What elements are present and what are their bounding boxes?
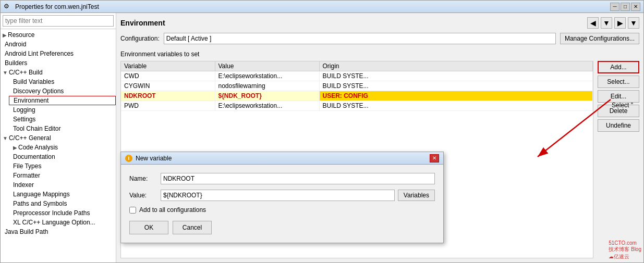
tree-item-preprocessor[interactable]: Preprocessor Include Paths [9, 208, 116, 218]
cell-variable: CYGWIN [121, 81, 215, 91]
dialog-icon: i [125, 155, 132, 162]
tree-label-cpp: C/C++ Build [9, 69, 43, 76]
add-button[interactable]: Add... [598, 61, 639, 73]
dialog-name-row: Name: [129, 173, 435, 184]
tree-item-cpp-build[interactable]: ▼ C/C++ Build [1, 68, 116, 77]
new-variable-dialog: i New variable ✕ Name: Value: Variables … [120, 152, 444, 243]
dialog-action-buttons: OK Cancel [129, 221, 435, 234]
window-title: Properties for com.wen.jniTest [15, 3, 610, 10]
forward-button[interactable]: ▶ [614, 17, 626, 29]
left-panel: ▶ Resource Android Android Lint Preferen… [1, 13, 116, 262]
cell-value: nodosfilewarning [215, 81, 319, 91]
tree-item-builders[interactable]: Builders [1, 58, 116, 68]
minimize-button[interactable]: ─ [610, 3, 619, 11]
filter-input[interactable] [3, 15, 114, 27]
cell-origin: BUILD SYSTE... [319, 101, 593, 111]
tree-label: Resource [8, 31, 34, 39]
tree-item-resource[interactable]: ▶ Resource [1, 30, 116, 40]
dialog-value-input[interactable] [161, 190, 395, 201]
tree-item-xl-cpp[interactable]: XL C/C++ Language Option... [9, 218, 116, 227]
dialog-title-text: New variable [136, 155, 430, 162]
tree-item-discovery[interactable]: Discovery Options [9, 86, 116, 96]
cell-value: E:\eclipseworkstation... [215, 101, 319, 111]
window-icon: ⚙ [4, 3, 12, 11]
table-row[interactable]: CWD E:\eclipseworkstation... BUILD SYSTE… [121, 71, 593, 81]
menu-button[interactable]: ▼ [628, 17, 639, 29]
config-row: Configuration: Default [ Active ] Manage… [120, 33, 639, 44]
expand-arrow: ▶ [3, 32, 7, 38]
config-label: Configuration: [120, 35, 160, 42]
tree-item-file-types[interactable]: File Types [9, 161, 116, 171]
filter-box [1, 13, 116, 29]
dialog-name-input[interactable] [161, 173, 435, 184]
variables-button[interactable]: Variables [398, 190, 435, 201]
dialog-close-button[interactable]: ✕ [430, 154, 439, 162]
panel-toolbar: ◀ ▼ ▶ ▼ [587, 17, 639, 29]
env-section-label: Environment variables to set [120, 51, 639, 58]
tree-item-java-build[interactable]: Java Build Path [1, 227, 116, 236]
dialog-title-bar: i New variable ✕ [121, 152, 443, 165]
expand-arrow-general: ▼ [3, 135, 8, 141]
tree: ▶ Resource Android Android Lint Preferen… [1, 29, 116, 262]
tree-item-documentation[interactable]: Documentation [9, 152, 116, 161]
panel-title: Environment [120, 19, 165, 27]
close-button[interactable]: ✕ [631, 3, 640, 11]
panel-header: Environment ◀ ▼ ▶ ▼ [120, 17, 639, 29]
cell-variable-ndkroot: NDKROOT [121, 91, 215, 101]
delete-button[interactable]: Delete [598, 105, 639, 117]
cell-origin: BUILD SYSTE... [319, 71, 593, 81]
expand-arrow-cpp: ▼ [3, 70, 8, 76]
tree-item-environment[interactable]: Environment [9, 96, 116, 105]
dialog-value-label: Value: [129, 192, 161, 199]
tree-item-code-analysis[interactable]: ▶ Code Analysis [9, 143, 116, 152]
back-button[interactable]: ◀ [587, 17, 599, 29]
table-row-ndkroot[interactable]: NDKROOT ${NDK_ROOT} USER: CONFIG [121, 91, 593, 101]
cell-variable: PWD [121, 101, 215, 111]
cpp-general-children: ▶ Code Analysis Documentation File Types… [1, 143, 116, 227]
cell-origin-ndkroot: USER: CONFIG [319, 91, 593, 101]
tree-item-android-lint[interactable]: Android Lint Preferences [1, 49, 116, 58]
dialog-content: Name: Value: Variables Add to all config… [121, 165, 443, 243]
tree-item-formatter[interactable]: Formatter [9, 171, 116, 180]
add-all-configs-checkbox[interactable] [129, 207, 136, 214]
dialog-value-row: Value: Variables [129, 190, 435, 201]
undefine-button[interactable]: Undefine [598, 119, 639, 132]
maximize-button[interactable]: □ [621, 3, 630, 11]
tree-item-indexer[interactable]: Indexer [9, 180, 116, 190]
config-dropdown[interactable]: Default [ Active ] [164, 33, 556, 44]
col-variable: Variable [121, 61, 215, 71]
tree-item-settings[interactable]: Settings [9, 115, 116, 124]
config-dropdown-wrapper: Default [ Active ] [164, 33, 556, 44]
cell-value: E:\eclipseworkstation... [215, 71, 319, 81]
window-controls: ─ □ ✕ [610, 3, 640, 11]
tree-label-general: C/C++ General [9, 134, 51, 142]
tree-item-tool-chain[interactable]: Tool Chain Editor [9, 124, 116, 133]
ok-button[interactable]: OK [129, 221, 168, 234]
watermark: 51CTO.com技术博客 Blog☁亿速云 [609, 240, 641, 260]
cell-origin: BUILD SYSTE... [319, 81, 593, 91]
cell-value-ndkroot: ${NDK_ROOT} [215, 91, 319, 101]
tree-item-cpp-general[interactable]: ▼ C/C++ General [1, 133, 116, 143]
cancel-button[interactable]: Cancel [173, 221, 212, 234]
tree-item-android[interactable]: Android [1, 40, 116, 49]
env-table: Variable Value Origin CWD E:\eclipsework… [121, 61, 593, 111]
edit-button[interactable]: Edit... [598, 90, 639, 103]
table-row[interactable]: CYGWIN nodosfilewarning BUILD SYSTE... [121, 81, 593, 91]
col-origin: Origin [319, 61, 593, 71]
cell-variable: CWD [121, 71, 215, 81]
select-button[interactable]: Select... [598, 76, 639, 88]
tree-item-paths-symbols[interactable]: Paths and Symbols [9, 199, 116, 208]
tree-item-build-variables[interactable]: Build Variables [9, 77, 116, 86]
code-label: Code Analysis [18, 144, 58, 151]
manage-configurations-button[interactable]: Manage Configurations... [560, 33, 639, 44]
tree-item-logging[interactable]: Logging [9, 105, 116, 115]
right-buttons: Add... Select... Edit... Delete Undefine [598, 61, 639, 258]
dialog-name-label: Name: [129, 175, 161, 182]
table-row[interactable]: PWD E:\eclipseworkstation... BUILD SYSTE… [121, 101, 593, 111]
col-value: Value [215, 61, 319, 71]
dialog-checkbox-row: Add to all configurations [129, 206, 435, 214]
dropdown-button[interactable]: ▼ [601, 17, 612, 29]
code-arrow: ▶ [13, 145, 17, 151]
tree-item-language-mappings[interactable]: Language Mappings [9, 190, 116, 199]
cpp-build-children: Build Variables Discovery Options Enviro… [1, 77, 116, 133]
